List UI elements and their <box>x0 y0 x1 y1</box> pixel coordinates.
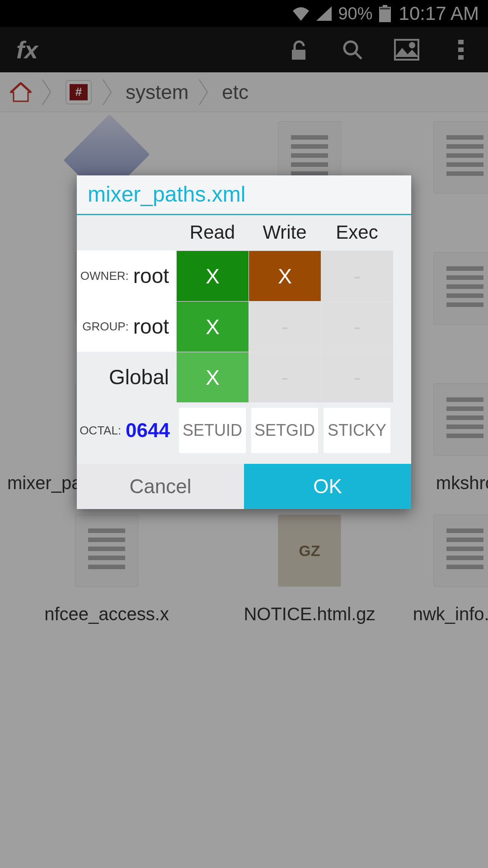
perm-label-big: root <box>133 264 169 288</box>
dialog-actions: Cancel OK <box>77 464 411 509</box>
col-write: Write <box>249 215 321 250</box>
col-read: Read <box>176 215 249 250</box>
octal-value[interactable]: 0644 <box>126 419 170 442</box>
setgid-button[interactable]: SETGID <box>251 408 318 453</box>
permissions-table: Read Write Exec OWNER: root X X - GROUP:… <box>77 215 411 459</box>
perm-row-group: GROUP: root X - - <box>77 301 411 352</box>
perm-label-big: root <box>133 314 169 339</box>
perm-group-read[interactable]: X <box>176 301 249 352</box>
octal-box: OCTAL: 0644 <box>77 408 176 453</box>
perm-global-exec[interactable]: - <box>321 352 393 402</box>
perm-group-exec[interactable]: - <box>321 301 393 352</box>
cancel-button[interactable]: Cancel <box>77 464 244 509</box>
perm-label-small: OWNER: <box>80 269 129 283</box>
perm-label-small: GROUP: <box>82 320 129 334</box>
perm-group-write[interactable]: - <box>249 301 321 352</box>
perm-label-owner[interactable]: OWNER: root <box>77 250 176 301</box>
perm-label-group[interactable]: GROUP: root <box>77 301 176 352</box>
perm-label-big: Global <box>109 365 169 389</box>
setuid-button[interactable]: SETUID <box>179 408 246 453</box>
perm-row-owner: OWNER: root X X - <box>77 250 411 301</box>
octal-label: OCTAL: <box>80 424 121 438</box>
dialog-title: mixer_paths.xml <box>77 175 411 214</box>
permissions-dialog: mixer_paths.xml Read Write Exec OWNER: r… <box>77 175 411 509</box>
sticky-button[interactable]: STICKY <box>324 408 390 453</box>
modal-overlay: mixer_paths.xml Read Write Exec OWNER: r… <box>0 0 488 868</box>
col-exec: Exec <box>321 215 393 250</box>
ok-button[interactable]: OK <box>244 464 411 509</box>
perm-global-read[interactable]: X <box>176 352 249 402</box>
perm-owner-exec[interactable]: - <box>321 250 393 301</box>
perm-owner-write[interactable]: X <box>249 250 321 301</box>
perm-row-global: Global X - - <box>77 352 411 402</box>
perm-owner-read[interactable]: X <box>176 250 249 301</box>
perm-flags-row: OCTAL: 0644 SETUID SETGID STICKY <box>77 402 411 453</box>
perm-label-global: Global <box>77 352 176 402</box>
perm-global-write[interactable]: - <box>249 352 321 402</box>
permissions-header-row: Read Write Exec <box>77 215 411 250</box>
